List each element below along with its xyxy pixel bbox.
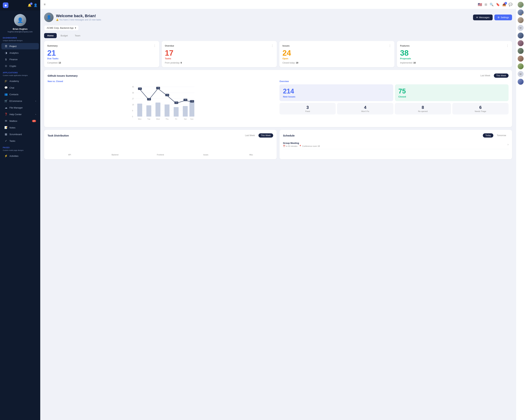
sidebar-item-contacts[interactable]: 👥 Contacts xyxy=(1,91,39,97)
sidebar-item-academy[interactable]: 🎓 Academy xyxy=(1,78,39,84)
tasks-icon: ✓ xyxy=(4,139,8,142)
bar-backend-label: Backend xyxy=(112,154,119,156)
chevron-down-icon: ▾ xyxy=(75,27,76,29)
rp-avatar-6[interactable] xyxy=(518,40,524,46)
bottom-grid: Task Distribution Last Week This Week AP… xyxy=(44,130,512,159)
activities-icon: ⚡ xyxy=(4,154,8,158)
tab-home[interactable]: Home xyxy=(44,33,57,38)
schedule-today-btn[interactable]: Today xyxy=(483,133,493,138)
welcome-header: 👤 Welcome back, Brian! 🔔 You have 2 new … xyxy=(44,13,512,22)
sidebar-item-finance[interactable]: $ Finance xyxy=(1,56,39,63)
sidebar-item-analytics[interactable]: ◑ Analytics xyxy=(1,50,39,56)
settings-button[interactable]: ⚙ Settings xyxy=(494,15,512,20)
bar-sat xyxy=(183,106,188,117)
tab-team[interactable]: Team xyxy=(72,33,84,38)
rp-avatar-4[interactable]: M xyxy=(518,25,524,31)
schedule-time: ⏰ in 32 minutes xyxy=(283,145,297,147)
new-issues-card: 214 New Issues xyxy=(280,84,393,101)
project-selector[interactable]: ACME Corp. Backend App ▾ xyxy=(44,25,79,31)
sidebar-item-tasks[interactable]: ✓ Tasks xyxy=(1,138,39,144)
messages-icon[interactable]: 💬 xyxy=(508,3,512,7)
stat-overdue-menu-icon[interactable]: ⋮ xyxy=(271,44,274,47)
tab-budget[interactable]: Budget xyxy=(57,33,71,38)
stat-overdue-footer-value: 9 xyxy=(181,62,182,64)
schedule-tomorrow-btn[interactable]: Tomorrow xyxy=(494,133,508,138)
stat-features-footer: Implemented: 16 xyxy=(400,62,509,64)
search-icon[interactable]: 🔍 xyxy=(490,3,494,7)
dot-tue xyxy=(148,99,150,101)
rp-avatar-9[interactable] xyxy=(518,63,524,69)
github-last-week-btn[interactable]: Last Week xyxy=(478,74,493,78)
app-logo[interactable]: ◆ xyxy=(3,2,8,8)
bar-misc: Misc xyxy=(229,153,273,156)
topbar-left: ≡ xyxy=(44,3,46,6)
stat-card-features-header: Features ⋮ xyxy=(400,44,509,47)
rp-avatar-2[interactable] xyxy=(518,9,524,15)
stat-overdue-title: Overdue xyxy=(165,45,174,47)
mailbox-badge: 27 xyxy=(32,120,36,122)
sidebar-item-label-tasks: Tasks xyxy=(9,140,15,142)
task-dist-title: Task Distribution xyxy=(47,134,69,137)
rp-avatar-1[interactable] xyxy=(518,2,524,8)
stat-card-overdue: Overdue ⋮ 17 Tasks From yesterday: 9 xyxy=(162,41,277,67)
stat-summary-footer-label: Completed: xyxy=(47,62,58,64)
y-label-18: 18 xyxy=(132,104,134,106)
closed-number: 75 xyxy=(398,87,505,95)
stat-summary-menu-icon[interactable]: ⋮ xyxy=(153,44,156,47)
sidebar-item-label-ecommerce: ECommerce xyxy=(9,100,22,102)
sidebar-item-crypto[interactable]: ⊙ Crypto xyxy=(1,63,39,69)
sidebar-item-label-notes: Notes xyxy=(9,126,15,129)
github-body: New vs. Closed 45 36 27 18 9 0 xyxy=(47,80,508,123)
sidebar-item-scrumboard[interactable]: ▦ Scrumboard xyxy=(1,131,39,137)
sidebar-item-project[interactable]: ☰ Project xyxy=(1,43,39,49)
schedule-item-0: Group Meeting ⏰ in 32 minutes 📍 Conferen… xyxy=(283,140,508,149)
sidebar-item-mailbox[interactable]: ✉ Mailbox 27 xyxy=(1,118,39,124)
y-label-45: 45 xyxy=(132,86,134,88)
stats-grid: Summary ⋮ 21 Due Tasks Completed: 13 Ove… xyxy=(44,41,512,67)
schedule-item-title: Group Meeting xyxy=(283,142,320,144)
notification-icon[interactable]: 🔔 3 xyxy=(28,3,31,7)
flag-icon[interactable]: 🇺🇸 xyxy=(478,2,482,7)
overview-big: 214 New Issues 75 Closed xyxy=(280,84,508,101)
stat-issues-menu-icon[interactable]: ⋮ xyxy=(388,44,391,47)
rp-badge-1 xyxy=(522,6,524,8)
hamburger-icon[interactable]: ≡ xyxy=(44,3,46,6)
task-dist-this-week-btn[interactable]: This Week xyxy=(258,133,273,138)
rp-badge-2 xyxy=(522,14,524,15)
sidebar-item-ecommerce[interactable]: 🛒 ECommerce › xyxy=(1,98,39,104)
sidebar-item-label-chat: Chat xyxy=(9,86,14,89)
github-week-toggle: Last Week This Week xyxy=(478,74,508,78)
bell-icon: 🔔 xyxy=(56,19,59,21)
schedule-item-arrow-icon[interactable]: › xyxy=(507,143,508,146)
sidebar-item-notes[interactable]: 📝 Notes xyxy=(1,124,39,131)
bar-mon xyxy=(137,104,142,117)
fullscreen-icon[interactable]: ⊞ xyxy=(485,3,487,7)
needs-triage-label: Needs Triage xyxy=(454,110,506,112)
sidebar-item-filemanager[interactable]: ☁ File Manager xyxy=(1,104,39,111)
rp-avatar-11[interactable] xyxy=(518,79,524,85)
filemanager-icon: ☁ xyxy=(4,106,8,109)
reopened-label: Re-opened xyxy=(397,110,449,112)
stat-features-menu-icon[interactable]: ⋮ xyxy=(506,44,509,47)
user-circle-icon[interactable]: 👤 xyxy=(34,3,38,7)
rp-avatar-3[interactable] xyxy=(518,17,524,23)
task-dist-last-week-btn[interactable]: Last Week xyxy=(243,133,257,138)
task-dist-week-toggle: Last Week This Week xyxy=(243,133,273,138)
stat-summary-number: 21 xyxy=(47,49,156,57)
sidebar-item-label-academy: Academy xyxy=(9,80,19,83)
rp-avatar-5[interactable] xyxy=(518,33,524,38)
sidebar-item-chat[interactable]: 💬 Chat xyxy=(1,84,39,91)
stat-summary-title: Summary xyxy=(47,45,57,47)
project-selector-label: ACME Corp. Backend App xyxy=(47,27,74,29)
inbox-icon[interactable]: 📥 5 xyxy=(502,3,506,7)
sidebar-item-helpcenter[interactable]: ❓ Help Center › xyxy=(1,111,39,117)
github-this-week-btn[interactable]: This Week xyxy=(494,74,508,78)
rp-avatar-7[interactable] xyxy=(518,48,524,54)
rp-avatar-8[interactable] xyxy=(518,56,524,62)
sidebar-item-label-scrumboard: Scrumboard xyxy=(9,133,22,136)
rp-avatar-10[interactable]: M xyxy=(518,71,524,77)
bookmark-icon[interactable]: 🔖 xyxy=(496,3,500,7)
messages-button[interactable]: ✉ Messages xyxy=(473,15,493,20)
sidebar-item-label-activities: Activities xyxy=(9,155,18,157)
sidebar-item-activities[interactable]: ⚡ Activities xyxy=(1,153,39,159)
